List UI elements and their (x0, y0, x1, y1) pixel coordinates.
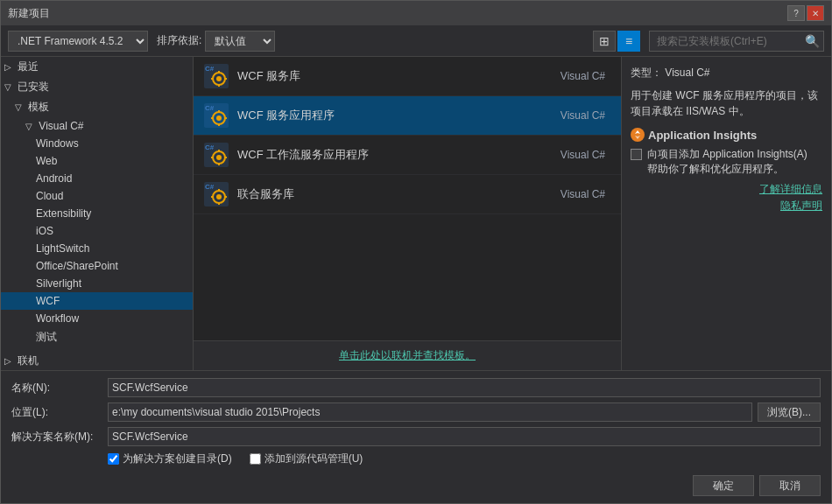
template-item-federated[interactable]: C# 联合服务库 Visual C# (194, 175, 621, 214)
type-label: 类型： Visual C# (631, 66, 822, 80)
tree-item-silverlight[interactable]: Silverlight (1, 275, 193, 292)
grid-view-button[interactable]: ⊞ (593, 31, 616, 52)
create-dir-checkbox[interactable] (108, 453, 119, 465)
type-prefix: 类型： (631, 66, 662, 79)
tree-item-windows[interactable]: Windows (1, 135, 193, 152)
search-link: 单击此处以联机并查找模板。 (194, 340, 621, 370)
template-lang-federated: Visual C# (561, 188, 605, 200)
main-content: ▷ 最近 ▽ 已安装 ▽ 模板 ▽ Visual C# Windows Web … (1, 57, 831, 370)
description-text: 用于创建 WCF 服务应用程序的项目，该项目承载在 IIS/WAS 中。 (631, 88, 822, 119)
svg-rect-23 (224, 157, 227, 158)
svg-rect-21 (218, 163, 220, 165)
solution-name-label: 解决方案名称(M): (11, 430, 108, 444)
tree-item-officesp[interactable]: Office/SharePoint (1, 257, 193, 275)
tree-item-workflow[interactable]: Workflow (1, 310, 193, 327)
tree-item-online[interactable]: ▷ 联机 (1, 351, 193, 370)
close-button[interactable]: ✕ (807, 5, 824, 21)
template-item-wcf-service-app[interactable]: C# WCF 服务应用程序 Visual C# (194, 96, 621, 136)
tree-item-ios[interactable]: iOS (1, 222, 193, 240)
template-item-wcf-workflow[interactable]: C# WCF 工作流服务应用程序 Visual C# (194, 136, 621, 175)
svg-point-27 (216, 194, 222, 200)
tree-item-extensibility[interactable]: Extensibility (1, 205, 193, 222)
source-control-checkbox[interactable] (250, 453, 261, 465)
tree-item-lightswitch[interactable]: LightSwitch (1, 240, 193, 257)
source-control-label: 添加到源代码管理(U) (264, 452, 363, 466)
ai-header: Application Insights (631, 128, 822, 142)
sort-label: 排序依据: (157, 33, 201, 48)
location-input[interactable] (108, 402, 752, 422)
left-panel: ▷ 最近 ▽ 已安装 ▽ 模板 ▽ Visual C# Windows Web … (1, 57, 194, 370)
tree-item-visual-c[interactable]: ▽ Visual C# (1, 117, 193, 135)
template-lang-wcf-service-app: Visual C# (561, 109, 605, 122)
templates-list: C# WCF 服务库 Visual C# (194, 57, 621, 340)
type-value: Visual C# (665, 66, 709, 79)
tree-item-web[interactable]: Web (1, 152, 193, 170)
tree-item-cloud-label: Cloud (36, 190, 63, 202)
name-label: 名称(N): (11, 381, 108, 396)
ai-logo-icon (631, 128, 645, 142)
learn-more-link[interactable]: 了解详细信息 (759, 182, 822, 197)
svg-text:C#: C# (205, 104, 215, 112)
search-online-link[interactable]: 单击此处以联机并查找模板。 (339, 349, 476, 361)
name-input[interactable] (108, 378, 821, 397)
ai-add-checkbox[interactable] (631, 149, 642, 160)
tree-item-recent-label: 最近 (18, 60, 39, 73)
checkbox-create-dir[interactable]: 为解决方案创建目录(D) (108, 452, 232, 466)
new-project-dialog: 新建项目 ? ✕ .NET Framework 4.5.2 排序依据: 默认值 … (0, 0, 832, 504)
tree-item-templates[interactable]: ▽ 模板 (1, 97, 193, 117)
help-button[interactable]: ? (787, 5, 805, 21)
ai-checkbox-text: 向项目添加 Application Insights(A) 帮助你了解和优化应用… (647, 147, 807, 177)
svg-rect-13 (218, 123, 220, 126)
tree-item-android[interactable]: Android (1, 170, 193, 187)
svg-text:C#: C# (205, 144, 215, 151)
framework-select[interactable]: .NET Framework 4.5.2 (8, 31, 148, 52)
tree-item-wcf-label: WCF (36, 295, 60, 307)
location-label: 位置(L): (11, 405, 108, 420)
svg-rect-22 (211, 157, 214, 158)
svg-point-19 (216, 155, 222, 160)
tree-item-wcf[interactable]: WCF (1, 292, 193, 310)
dialog-title: 新建项目 (8, 6, 50, 21)
tree-item-installed[interactable]: ▽ 已安装 (1, 77, 193, 97)
title-bar-buttons: ? ✕ (787, 5, 824, 21)
ai-checkbox-label: 向项目添加 Application Insights(A) (647, 147, 807, 162)
solution-name-input[interactable] (108, 427, 821, 446)
checkbox-source-control[interactable]: 添加到源代码管理(U) (250, 452, 363, 466)
svg-rect-14 (211, 117, 214, 119)
gear-icon: C# (202, 62, 230, 90)
template-name-federated: 联合服务库 (237, 186, 561, 202)
privacy-link[interactable]: 隐私声明 (780, 199, 822, 214)
template-name-wcf-service-lib: WCF 服务库 (237, 68, 561, 84)
center-panel: C# WCF 服务库 Visual C# (194, 57, 621, 370)
sort-select[interactable]: 默认值 (205, 31, 275, 52)
tree-item-test[interactable]: 测试 (1, 327, 193, 347)
gear-icon-3: C# (202, 141, 230, 169)
svg-rect-28 (218, 189, 220, 192)
browse-button[interactable]: 浏览(B)... (758, 402, 821, 422)
cancel-button[interactable]: 取消 (759, 475, 821, 496)
ai-icon (631, 128, 645, 142)
confirm-button[interactable]: 确定 (693, 475, 754, 496)
svg-rect-15 (224, 117, 227, 119)
title-bar: 新建项目 ? ✕ (1, 1, 831, 25)
template-item-wcf-service-lib[interactable]: C# WCF 服务库 Visual C# (194, 57, 621, 96)
tree-item-installed-label: 已安装 (18, 80, 49, 93)
location-row: 位置(L): 浏览(B)... (11, 402, 821, 422)
svg-rect-31 (224, 196, 227, 198)
bottom-panel: 名称(N): 位置(L): 浏览(B)... 解决方案名称(M): 为解决方案创… (1, 370, 831, 503)
tree-item-workflow-label: Workflow (36, 312, 79, 325)
search-input[interactable] (653, 35, 805, 47)
ai-section: Application Insights 向项目添加 Application I… (631, 128, 822, 214)
tree-item-cloud[interactable]: Cloud (1, 187, 193, 205)
ai-help-text: 帮助你了解和优化应用程序。 (647, 162, 807, 177)
list-view-button[interactable]: ≡ (617, 31, 640, 52)
svg-rect-20 (218, 150, 220, 152)
svg-point-3 (216, 76, 222, 81)
search-icon[interactable]: 🔍 (805, 34, 820, 48)
tree-item-recent[interactable]: ▷ 最近 (1, 57, 193, 77)
ai-links: 了解详细信息 隐私声明 (631, 182, 822, 214)
create-dir-label: 为解决方案创建目录(D) (123, 452, 232, 466)
name-row: 名称(N): (11, 378, 821, 397)
template-name-wcf-service-app: WCF 服务应用程序 (237, 108, 561, 123)
gear-icon-2: C# (202, 102, 230, 130)
